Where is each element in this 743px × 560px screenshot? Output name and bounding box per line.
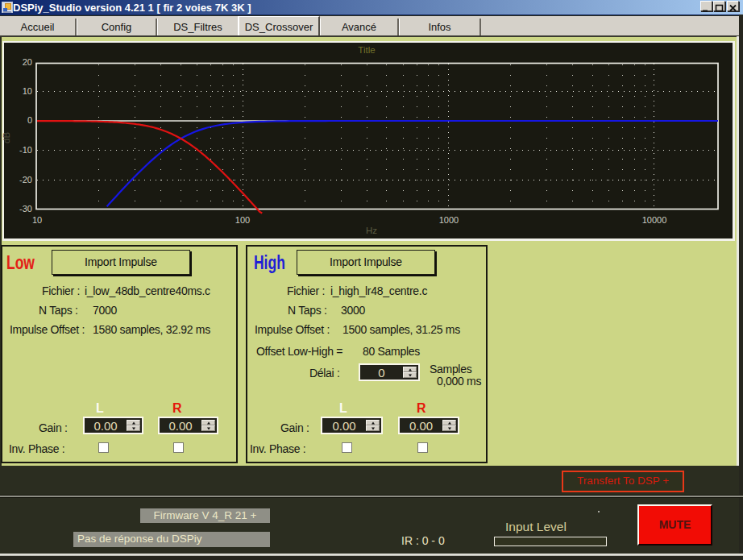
svg-text:Title: Title (358, 45, 375, 55)
svg-text:10: 10 (32, 215, 42, 225)
svg-text:-30: -30 (19, 204, 32, 214)
svg-text:100: 100 (235, 215, 250, 225)
svg-text:-20: -20 (19, 175, 32, 185)
svg-text:10000: 10000 (642, 215, 667, 225)
svg-text:dB: dB (2, 132, 11, 143)
svg-text:-10: -10 (19, 145, 32, 155)
svg-text:1000: 1000 (439, 215, 459, 225)
svg-text:20: 20 (23, 57, 32, 67)
svg-text:Hz: Hz (366, 226, 377, 235)
svg-text:10: 10 (23, 86, 32, 96)
svg-text:0: 0 (27, 115, 32, 125)
